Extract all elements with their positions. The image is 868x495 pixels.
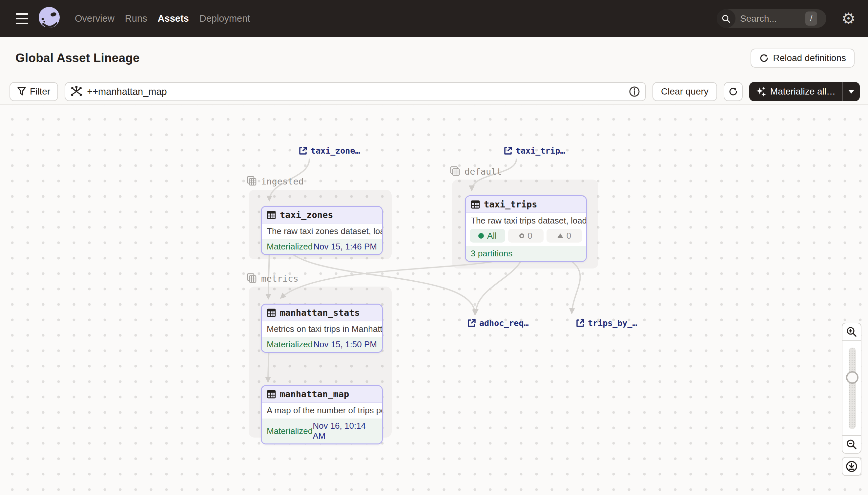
partition-pill-materialized[interactable]: All — [470, 229, 505, 243]
asset-node-title: taxi_zones — [280, 210, 333, 220]
sparkle-icon — [756, 86, 766, 97]
asset-selection-input[interactable]: ++manhattan_map — [65, 82, 646, 101]
external-asset-label: taxi_trip… — [516, 146, 565, 156]
asset-node-taxi-zones[interactable]: taxi_zones The raw taxi zones dataset, l… — [261, 206, 383, 255]
asset-node-header: taxi_zones — [262, 207, 382, 224]
zoom-slider-track[interactable] — [849, 347, 856, 429]
query-info-icon[interactable] — [629, 86, 640, 97]
lineage-toolbar: Filter ++manhattan_map Clear query — [0, 79, 868, 105]
zoom-out-icon — [846, 439, 857, 450]
asset-node-title: manhattan_stats — [280, 308, 360, 318]
nav-link-assets[interactable]: Assets — [158, 13, 189, 24]
external-asset-link-taxi-zone[interactable]: taxi_zone… — [299, 146, 360, 156]
clear-query-button[interactable]: Clear query — [653, 82, 717, 101]
top-navbar: Overview Runs Assets Deployment Search..… — [0, 0, 868, 37]
external-link-icon — [299, 147, 307, 155]
asset-node-taxi-trips[interactable]: taxi_trips The raw taxi trips dataset, l… — [465, 195, 587, 262]
search-input[interactable]: Search... / — [717, 9, 826, 28]
external-link-icon — [503, 147, 512, 155]
clear-query-label: Clear query — [661, 86, 709, 97]
zoom-out-button[interactable] — [842, 435, 862, 454]
ring-icon — [519, 233, 524, 238]
asset-node-footer: Materialized Nov 15, 1:50 PM — [262, 337, 382, 352]
zoom-slider-thumb[interactable] — [846, 371, 858, 384]
search-icon — [717, 9, 736, 28]
group-label-metrics[interactable]: metrics — [247, 273, 299, 284]
group-name: ingested — [261, 176, 304, 186]
zoom-in-icon — [846, 326, 857, 338]
external-asset-link-taxi-trip[interactable]: taxi_trip… — [503, 146, 565, 156]
arrow-down-circle-icon — [845, 460, 858, 473]
materialize-all-button[interactable]: Materialize all… — [749, 82, 842, 101]
asset-node-footer: 3 partitions — [466, 246, 586, 261]
lineage-canvas[interactable]: ingested default metrics taxi_z — [0, 105, 868, 494]
external-link-icon — [467, 319, 476, 328]
recenter-view-button[interactable] — [842, 457, 862, 476]
external-asset-link-adhoc-request[interactable]: adhoc_req… — [467, 319, 529, 328]
asset-node-footer: Materialized Nov 15, 1:46 PM — [262, 239, 382, 254]
table-icon — [471, 200, 480, 209]
asset-node-footer: Materialized Nov 16, 10:14 AM — [262, 419, 382, 443]
nav-link-deployment[interactable]: Deployment — [199, 13, 250, 24]
asset-node-description: The raw taxi trips dataset, loaded into … — [466, 213, 586, 229]
status-badge: Materialized — [267, 242, 313, 252]
materialize-all-label: Materialize all… — [770, 86, 835, 97]
external-asset-label: adhoc_req… — [479, 319, 529, 328]
reload-definitions-button[interactable]: Reload definitions — [750, 49, 854, 68]
refresh-icon — [728, 87, 738, 97]
group-table-icon — [450, 166, 461, 176]
group-name: metrics — [261, 273, 299, 284]
asset-node-manhattan-map[interactable]: manhattan_map A map of the number of tri… — [261, 385, 383, 444]
zoom-in-button[interactable] — [842, 323, 862, 341]
asset-node-description: The raw taxi zones dataset, loaded int..… — [262, 224, 382, 239]
asset-node-title: taxi_trips — [484, 199, 537, 209]
table-icon — [267, 390, 276, 399]
asset-node-header: manhattan_stats — [262, 305, 382, 321]
funnel-icon — [17, 87, 26, 96]
group-label-ingested[interactable]: ingested — [247, 176, 304, 186]
partition-pill-label: 0 — [528, 231, 532, 241]
external-link-icon — [576, 319, 585, 328]
reload-definitions-label: Reload definitions — [773, 53, 846, 63]
nav-link-runs[interactable]: Runs — [125, 13, 147, 24]
status-badge: Materialized — [267, 339, 313, 349]
materialization-timestamp[interactable]: Nov 16, 10:14 AM — [313, 421, 377, 441]
table-icon — [267, 308, 276, 318]
dagster-logo[interactable] — [36, 5, 62, 33]
asset-node-header: taxi_trips — [466, 196, 586, 213]
page-header: Global Asset Lineage Reload definitions — [0, 37, 868, 79]
menu-button[interactable] — [16, 13, 29, 24]
asset-node-description: A map of the number of trips per taxi z.… — [262, 403, 382, 419]
materialization-timestamp[interactable]: Nov 15, 1:46 PM — [313, 242, 377, 252]
refresh-icon — [759, 53, 769, 63]
partition-pill-failed[interactable]: 0 — [547, 229, 582, 243]
materialize-all-split-button: Materialize all… — [749, 82, 860, 101]
asset-node-description: Metrics on taxi trips in Manhattan — [262, 321, 382, 337]
zoom-slider[interactable] — [842, 340, 862, 436]
materialize-dropdown-button[interactable] — [842, 82, 860, 101]
table-icon — [267, 210, 276, 220]
group-label-default[interactable]: default — [450, 166, 502, 176]
asset-selector-icon — [71, 86, 82, 98]
asset-node-header: manhattan_map — [262, 386, 382, 403]
external-asset-link-trips-by[interactable]: trips_by_… — [576, 319, 637, 328]
search-placeholder: Search... — [740, 14, 777, 24]
group-table-icon — [247, 176, 257, 186]
asset-node-title: manhattan_map — [280, 389, 349, 399]
group-name: default — [464, 167, 502, 176]
nav-link-overview[interactable]: Overview — [75, 13, 114, 24]
settings-gear-icon[interactable]: ⚙ — [842, 11, 855, 27]
asset-selection-value: ++manhattan_map — [87, 86, 624, 97]
asset-node-manhattan-stats[interactable]: manhattan_stats Metrics on taxi trips in… — [261, 304, 383, 353]
filter-button[interactable]: Filter — [10, 82, 58, 101]
external-asset-label: trips_by_… — [588, 319, 637, 328]
chevron-down-icon — [848, 90, 854, 93]
materialization-timestamp[interactable]: Nov 15, 1:50 PM — [313, 339, 377, 349]
partitions-count[interactable]: 3 partitions — [471, 249, 512, 259]
refresh-graph-button[interactable] — [724, 82, 743, 101]
search-shortcut-badge: / — [805, 12, 817, 25]
zoom-controls — [842, 323, 862, 476]
filled-dot-icon — [478, 233, 484, 239]
external-asset-label: taxi_zone… — [311, 146, 360, 156]
partition-pill-missing[interactable]: 0 — [508, 229, 544, 243]
